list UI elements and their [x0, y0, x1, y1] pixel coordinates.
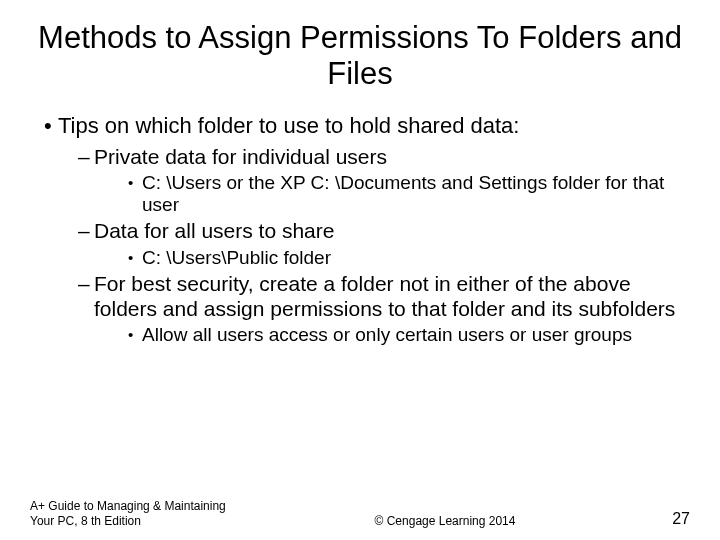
slide: Methods to Assign Permissions To Folders…: [0, 0, 720, 540]
footer-center: © Cengage Learning 2014: [250, 514, 640, 528]
bullet-level1: Tips on which folder to use to hold shar…: [34, 113, 690, 138]
slide-footer: A+ Guide to Managing & Maintaining Your …: [30, 499, 690, 528]
bullet-level2: Private data for individual users: [34, 145, 690, 169]
slide-title: Methods to Assign Permissions To Folders…: [30, 20, 690, 91]
bullet-level2: For best security, create a folder not i…: [34, 272, 690, 320]
slide-body: Tips on which folder to use to hold shar…: [30, 113, 690, 345]
bullet-level3: Allow all users access or only certain u…: [34, 324, 690, 346]
bullet-level3: C: \Users or the XP C: \Documents and Se…: [34, 172, 690, 216]
footer-left: A+ Guide to Managing & Maintaining Your …: [30, 499, 250, 528]
page-number: 27: [640, 510, 690, 528]
bullet-level3: C: \Users\Public folder: [34, 247, 690, 269]
bullet-level2: Data for all users to share: [34, 219, 690, 243]
